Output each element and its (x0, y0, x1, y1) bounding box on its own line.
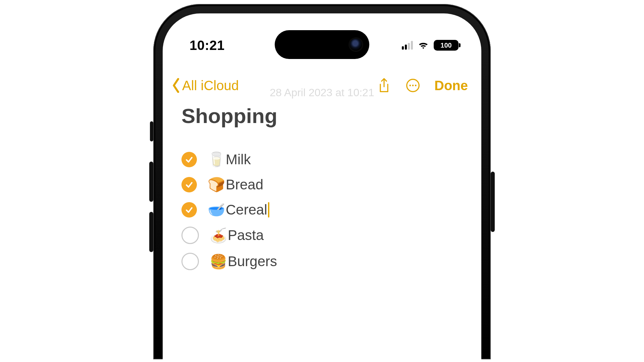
checklist-item[interactable]: 🍔Burgers (181, 253, 463, 270)
screen: 10:21 100 All iCloud (163, 13, 481, 360)
back-label: All iCloud (182, 78, 239, 93)
wifi-icon (418, 41, 429, 50)
item-emoji: 🥣 (208, 201, 225, 218)
checkbox-checked[interactable] (181, 177, 197, 192)
note-editor[interactable]: Shopping 🥛Milk🍞Bread🥣Cereal🍝Pasta🍔Burger… (181, 104, 463, 270)
svg-point-3 (415, 85, 417, 86)
checklist-item[interactable]: 🥛Milk (181, 151, 463, 168)
item-emoji: 🍔 (210, 253, 227, 270)
power-button (491, 172, 495, 232)
back-button[interactable]: All iCloud (171, 78, 239, 93)
checkbox-unchecked[interactable] (181, 253, 199, 270)
ellipsis-circle-icon (406, 77, 420, 94)
front-camera (350, 39, 362, 51)
svg-point-2 (412, 85, 414, 86)
item-emoji: 🥛 (208, 151, 225, 168)
checkbox-checked[interactable] (181, 152, 197, 167)
checklist-item-text[interactable]: 🍔Burgers (210, 253, 277, 270)
item-emoji: 🍝 (210, 227, 227, 244)
phone-frame: 10:21 100 All iCloud (153, 4, 491, 359)
checklist-item[interactable]: 🍞Bread (181, 176, 463, 193)
item-label: Bread (226, 177, 263, 193)
item-label: Milk (226, 152, 251, 168)
checklist-item-text[interactable]: 🍞Bread (208, 176, 263, 193)
more-button[interactable] (406, 77, 420, 94)
checkmark-icon (185, 155, 194, 164)
battery-level-label: 100 (440, 42, 451, 49)
volume-down-button (149, 212, 153, 252)
item-label: Pasta (228, 227, 264, 243)
navigation-bar: All iCloud (163, 74, 481, 97)
mute-switch (150, 121, 153, 141)
item-label: Burgers (228, 253, 277, 269)
item-emoji: 🍞 (208, 176, 225, 193)
checklist-item[interactable]: 🍝Pasta (181, 227, 463, 244)
chevron-left-icon (171, 78, 181, 93)
volume-up-button (149, 162, 153, 202)
cellular-signal-icon (402, 41, 413, 50)
note-title[interactable]: Shopping (181, 104, 463, 128)
checkbox-unchecked[interactable] (181, 227, 199, 244)
item-label: Cereal (226, 202, 267, 218)
checklist-item[interactable]: 🥣Cereal (181, 201, 463, 218)
share-button[interactable] (377, 77, 391, 94)
share-icon (377, 77, 391, 94)
battery-indicator: 100 (434, 40, 459, 51)
done-button[interactable]: Done (434, 78, 468, 93)
checkmark-icon (185, 205, 194, 214)
checklist-item-text[interactable]: 🥣Cereal (208, 201, 269, 218)
checklist-item-text[interactable]: 🥛Milk (208, 151, 251, 168)
checkmark-icon (185, 180, 194, 189)
checkbox-checked[interactable] (181, 202, 197, 218)
text-cursor (268, 202, 269, 218)
checklist[interactable]: 🥛Milk🍞Bread🥣Cereal🍝Pasta🍔Burgers (181, 151, 463, 270)
dynamic-island (275, 30, 369, 59)
status-indicators: 100 (402, 40, 459, 51)
status-clock: 10:21 (190, 38, 225, 53)
checklist-item-text[interactable]: 🍝Pasta (210, 227, 264, 244)
svg-point-1 (409, 85, 411, 86)
